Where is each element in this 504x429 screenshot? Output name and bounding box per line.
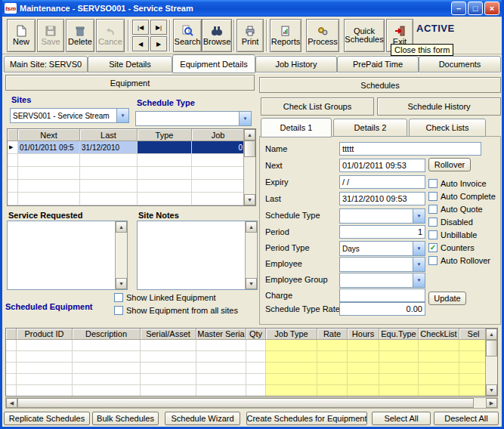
schedule-row-empty[interactable] [8, 167, 245, 180]
tab-prepaid-time[interactable]: PrePaid Time [337, 56, 419, 73]
col-product-id[interactable]: Product ID [17, 329, 73, 340]
col-description[interactable]: Description [73, 329, 141, 340]
scroll-down-icon[interactable]: ▼ [486, 384, 497, 396]
tab-site-details[interactable]: Site Details [88, 56, 172, 73]
period-field[interactable]: 1 [339, 225, 425, 239]
col-job[interactable]: Job [192, 129, 245, 141]
equipment-grid-scrollbar[interactable]: ▲ ▼ [485, 329, 497, 396]
scroll-down-icon[interactable]: ▼ [116, 278, 127, 289]
scroll-left-icon[interactable]: ◀ [6, 398, 17, 408]
col-type[interactable]: Type [138, 129, 192, 141]
tab-details-2[interactable]: Details 2 [333, 119, 407, 137]
col-checklist[interactable]: CheckList [419, 329, 459, 340]
search-button[interactable]: Search [173, 19, 202, 52]
schedules-panel-header[interactable]: Schedules [259, 77, 501, 93]
browse-button[interactable]: Browse [202, 19, 232, 52]
next-field[interactable]: 01/01/2011 09:53 [339, 159, 425, 172]
equipment-row-empty[interactable] [6, 374, 488, 385]
equipment-panel-header[interactable]: Equipment [5, 75, 255, 91]
tab-check-lists[interactable]: Check Lists [409, 119, 486, 137]
service-requested-textarea[interactable]: ▲ ▼ [7, 221, 128, 290]
bulk-schedules-button[interactable]: Bulk Schedules [92, 412, 159, 425]
checkbox-unbillable[interactable]: Unbillable [428, 230, 477, 239]
col-hours[interactable]: Hours [348, 329, 379, 340]
checkbox-show-equipment-all-sites[interactable]: Show Equipment from all sites [114, 306, 238, 315]
schedule-type-field-select[interactable]: ▼ [339, 208, 425, 224]
next-record-button[interactable]: ▶ [150, 36, 167, 51]
employee-group-select[interactable]: ▼ [339, 273, 425, 288]
schedule-wizard-button[interactable]: Schedule Wizard [165, 412, 240, 425]
schedule-type-select[interactable]: ▼ [135, 111, 252, 126]
col-qty[interactable]: Qty [246, 329, 266, 340]
checkbox-show-linked-equipment[interactable]: Show Linked Equipment [114, 293, 216, 302]
schedule-row-empty[interactable] [8, 154, 245, 167]
tab-main-site[interactable]: Main Site: SERVS0 [4, 56, 88, 73]
scroll-down-icon[interactable]: ▼ [246, 278, 257, 289]
scroll-up-icon[interactable]: ▲ [116, 221, 127, 233]
process-button[interactable]: Process [306, 19, 339, 52]
first-record-button[interactable]: |◀ [132, 20, 149, 35]
col-last[interactable]: Last [80, 129, 138, 141]
scroll-up-icon[interactable]: ▲ [246, 221, 257, 233]
equipment-row-empty[interactable] [6, 363, 488, 374]
scroll-right-icon[interactable]: ▶ [486, 398, 497, 408]
tab-job-history[interactable]: Job History [255, 56, 337, 73]
quick-schedules-button[interactable]: Quick Schedules [344, 19, 385, 52]
print-button[interactable]: Print [237, 19, 264, 52]
scroll-thumb[interactable] [17, 398, 474, 408]
reports-button[interactable]: Reports [270, 19, 301, 52]
tab-details-1[interactable]: Details 1 [261, 118, 332, 137]
period-type-select[interactable]: Days ▼ [339, 241, 425, 256]
col-rate[interactable]: Rate [317, 329, 348, 340]
col-job-type[interactable]: Job Type [266, 329, 317, 340]
rollover-button[interactable]: Rollover [428, 158, 471, 171]
tab-equipment-details[interactable]: Equipment Details [172, 54, 255, 73]
replicate-schedules-button[interactable]: Replicate Schedules [4, 412, 90, 425]
update-button[interactable]: Update [428, 292, 466, 305]
employee-select[interactable]: ▼ [339, 257, 425, 272]
equipment-row-empty[interactable] [6, 385, 488, 397]
last-record-button[interactable]: ▶| [150, 20, 167, 35]
col-serial-asset[interactable]: Serial/Asset [141, 329, 196, 340]
minimize-button[interactable]: – [451, 2, 466, 15]
checkbox-auto-invoice[interactable]: Auto Invoice [428, 179, 487, 188]
equipment-row-empty[interactable] [6, 351, 488, 363]
schedule-row-empty[interactable] [8, 180, 245, 193]
schedule-row-empty[interactable] [8, 193, 245, 205]
new-button[interactable]: New [7, 19, 36, 52]
previous-record-button[interactable]: ◀ [132, 36, 149, 51]
checkbox-auto-quote[interactable]: Auto Quote [428, 205, 483, 214]
charge-field[interactable] [339, 289, 425, 302]
site-notes-textarea[interactable]: ▲ ▼ [137, 221, 258, 290]
checkbox-auto-complete[interactable]: Auto Complete [428, 192, 496, 201]
delete-button[interactable]: Delete [66, 19, 94, 52]
checkbox-auto-rollover[interactable]: Auto Rollover [428, 256, 490, 265]
scroll-down-icon[interactable]: ▼ [244, 194, 255, 205]
schedule-row-selected[interactable]: ▶ 01/01/2011 09:5 31/12/2010 0 [8, 141, 245, 154]
col-equ-type[interactable]: Equ.Type [379, 329, 419, 340]
deselect-all-button[interactable]: Deselect All [434, 412, 499, 425]
close-button[interactable]: × [484, 2, 499, 15]
scroll-up-icon[interactable]: ▲ [486, 329, 497, 340]
sites-select[interactable]: SERVS001 - Service Stream ▼ [10, 108, 129, 123]
schedule-grid-scrollbar[interactable]: ▲ ▼ [243, 129, 255, 205]
maximize-button[interactable]: □ [468, 2, 483, 15]
select-all-button[interactable]: Select All [372, 412, 431, 425]
tab-check-list-groups[interactable]: Check List Groups [261, 97, 374, 116]
equipment-grid-hscrollbar[interactable]: ◀ ▶ [5, 397, 498, 409]
col-master-serial[interactable]: Master Seria [196, 329, 246, 340]
checkbox-disabled[interactable]: Disabled [428, 218, 473, 227]
scroll-up-icon[interactable]: ▲ [244, 129, 255, 140]
col-sel[interactable]: Sel [459, 329, 488, 340]
service-requested-scrollbar[interactable]: ▲ ▼ [115, 221, 127, 289]
tab-documents[interactable]: Documents [419, 56, 501, 73]
tab-schedule-history[interactable]: Schedule History [377, 97, 501, 116]
col-next[interactable]: Next [18, 129, 80, 141]
scroll-thumb[interactable] [486, 340, 497, 356]
scroll-thumb[interactable] [244, 140, 255, 157]
last-field[interactable]: 31/12/2010 09:53 [339, 192, 425, 205]
expiry-field[interactable]: / / [339, 175, 425, 189]
name-field[interactable]: ttttt [339, 142, 481, 156]
checkbox-counters[interactable]: ✓ Counters [428, 243, 475, 252]
create-schedules-for-equipment-button[interactable]: Create Schedules for Equipment [246, 412, 367, 425]
